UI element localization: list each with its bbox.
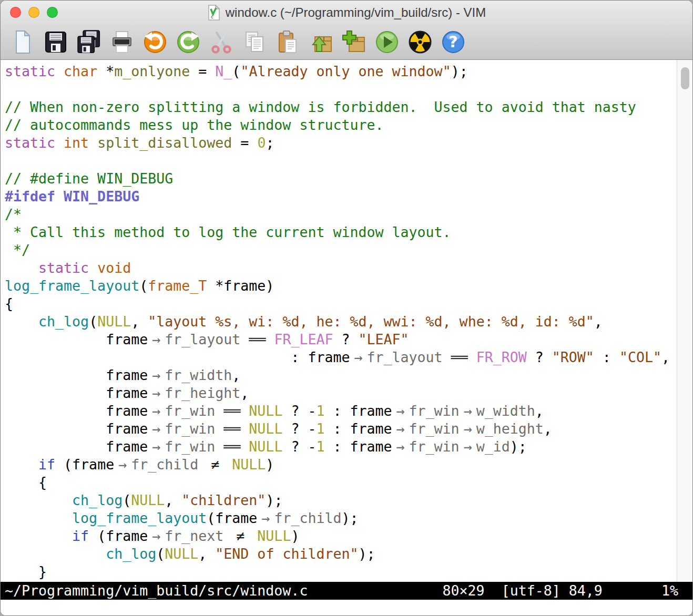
title-bar: c window.c (~/Programming/vim_build/src)… [1,1,692,25]
make-button[interactable] [407,29,433,55]
load-session-icon [308,29,333,55]
cut-button[interactable] [209,29,234,55]
code-line: } [5,563,677,581]
undo-icon [142,29,168,55]
code-line: if (frame→fr_child ≠ NULL) [5,456,677,474]
code-line: if (frame→fr_next ≠ NULL) [5,527,677,545]
scrollbar-thumb[interactable] [681,67,689,89]
new-file-icon [10,29,35,55]
code-line: frame→fr_layout ══ FR_LEAF ? "LEAF" [5,331,677,348]
undo-button[interactable] [142,29,168,55]
copy-icon [242,29,267,55]
svg-text:c: c [211,14,213,19]
status-file-path: ~/Programming/vim_build/src/window.c [5,582,308,599]
save-session-button[interactable] [341,29,366,55]
code-line: static char *m_onlyone = N_("Already onl… [5,63,677,80]
save-all-button[interactable] [76,29,101,55]
code-line: // autocommands mess up the window struc… [5,116,677,134]
new-file-button[interactable] [10,29,35,55]
save-all-icon [76,29,101,55]
status-line: ~/Programming/vim_build/src/window.c 80×… [1,582,692,600]
code-line: : frame→fr_layout ══ FR_ROW ? "ROW" : "C… [5,348,677,366]
minimize-button[interactable] [28,7,39,18]
document-proxy-icon: c [207,5,221,20]
zoom-button[interactable] [47,7,58,18]
load-session-button[interactable] [308,29,333,55]
code-line: static int split_disallowed = 0; [5,134,677,152]
help-icon [441,29,466,55]
save-session-icon [341,29,366,55]
status-window-size: 80×29 [443,582,485,599]
code-line: { [5,474,677,491]
window-header: c window.c (~/Programming/vim_build/src)… [1,1,692,60]
window-title: window.c (~/Programming/vim_build/src) -… [226,5,486,20]
code-line [5,80,677,98]
code-line [5,152,677,170]
code-line: frame→fr_win ══ NULL ? -1 : frame→fr_win… [5,420,677,438]
save-icon [43,29,68,55]
code-line: ch_log(NULL, "layout %s, wi: %d, he: %d,… [5,313,677,331]
copy-button[interactable] [242,29,267,55]
status-cursor-position: 84,9 [569,582,603,599]
status-encoding: [utf-8] [502,582,560,599]
paste-button[interactable] [275,29,300,55]
redo-button[interactable] [176,29,201,55]
cut-icon [209,29,234,55]
window-title-group: c window.c (~/Programming/vim_build/src)… [207,5,486,20]
code-line: // #define WIN_DEBUG [5,170,677,188]
code-line: */ [5,241,677,259]
run-script-button[interactable] [374,29,400,55]
code-line: /* [5,206,677,223]
close-button[interactable] [10,7,21,18]
code-line: { [5,295,677,313]
code-line: frame→fr_width, [5,366,677,384]
code-line: frame→fr_height, [5,384,677,402]
code-line: log_frame_layout(frame→fr_child); [5,509,677,527]
code-line: * Call this method to log the current wi… [5,223,677,241]
print-icon [109,29,135,55]
print-button[interactable] [109,29,135,55]
command-line [1,600,692,615]
make-icon [407,29,433,55]
run-script-icon [374,29,400,55]
code-line: ch_log(NULL, "END of children"); [5,545,677,563]
code-line: static void [5,259,677,277]
code-line: frame→fr_win ══ NULL ? -1 : frame→fr_win… [5,402,677,420]
traffic-lights [10,7,58,18]
code-line: #ifdef WIN_DEBUG [5,188,677,206]
status-scroll-position: 1% [661,582,678,599]
editor-main: static char *m_onlyone = N_("Already onl… [1,60,692,582]
save-button[interactable] [43,29,68,55]
code-editor[interactable]: static char *m_onlyone = N_("Already onl… [1,60,677,582]
code-line: ch_log(NULL, "children"); [5,491,677,509]
paste-icon [275,29,300,55]
code-line: // When non-zero splitting a window is f… [5,98,677,116]
code-line: frame→fr_win ══ NULL ? -1 : frame→fr_win… [5,438,677,456]
vim-window: c window.c (~/Programming/vim_build/src)… [0,0,693,616]
code-line: log_frame_layout(frame_T *frame) [5,277,677,295]
redo-icon [176,29,201,55]
vertical-scrollbar[interactable] [677,60,692,582]
tool-bar [1,25,692,59]
help-button[interactable] [441,29,466,55]
